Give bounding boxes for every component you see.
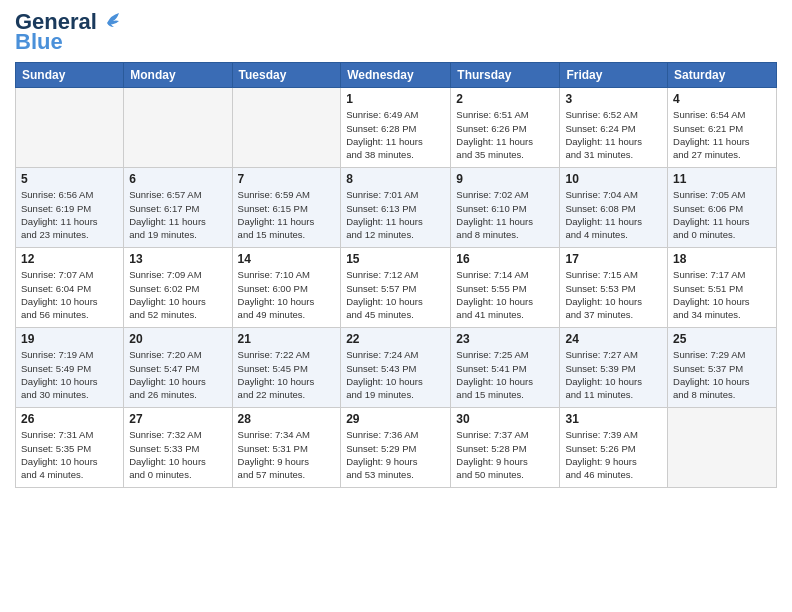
calendar-cell: 12Sunrise: 7:07 AM Sunset: 6:04 PM Dayli…	[16, 248, 124, 328]
weekday-header-wednesday: Wednesday	[341, 63, 451, 88]
day-number: 11	[673, 172, 771, 186]
calendar-cell: 4Sunrise: 6:54 AM Sunset: 6:21 PM Daylig…	[668, 88, 777, 168]
calendar-cell: 31Sunrise: 7:39 AM Sunset: 5:26 PM Dayli…	[560, 408, 668, 488]
calendar-cell: 21Sunrise: 7:22 AM Sunset: 5:45 PM Dayli…	[232, 328, 341, 408]
calendar-cell	[124, 88, 232, 168]
day-info: Sunrise: 7:02 AM Sunset: 6:10 PM Dayligh…	[456, 188, 554, 241]
calendar-cell: 24Sunrise: 7:27 AM Sunset: 5:39 PM Dayli…	[560, 328, 668, 408]
day-number: 27	[129, 412, 226, 426]
day-info: Sunrise: 7:27 AM Sunset: 5:39 PM Dayligh…	[565, 348, 662, 401]
day-number: 10	[565, 172, 662, 186]
day-number: 30	[456, 412, 554, 426]
day-number: 21	[238, 332, 336, 346]
calendar-cell: 29Sunrise: 7:36 AM Sunset: 5:29 PM Dayli…	[341, 408, 451, 488]
weekday-header-friday: Friday	[560, 63, 668, 88]
day-number: 29	[346, 412, 445, 426]
calendar-cell: 19Sunrise: 7:19 AM Sunset: 5:49 PM Dayli…	[16, 328, 124, 408]
calendar-cell	[232, 88, 341, 168]
day-info: Sunrise: 6:52 AM Sunset: 6:24 PM Dayligh…	[565, 108, 662, 161]
day-info: Sunrise: 6:49 AM Sunset: 6:28 PM Dayligh…	[346, 108, 445, 161]
calendar-cell: 27Sunrise: 7:32 AM Sunset: 5:33 PM Dayli…	[124, 408, 232, 488]
day-number: 6	[129, 172, 226, 186]
day-info: Sunrise: 7:34 AM Sunset: 5:31 PM Dayligh…	[238, 428, 336, 481]
day-number: 31	[565, 412, 662, 426]
day-info: Sunrise: 7:04 AM Sunset: 6:08 PM Dayligh…	[565, 188, 662, 241]
calendar-cell: 20Sunrise: 7:20 AM Sunset: 5:47 PM Dayli…	[124, 328, 232, 408]
weekday-header-sunday: Sunday	[16, 63, 124, 88]
day-number: 15	[346, 252, 445, 266]
calendar-week-1: 1Sunrise: 6:49 AM Sunset: 6:28 PM Daylig…	[16, 88, 777, 168]
calendar-cell: 2Sunrise: 6:51 AM Sunset: 6:26 PM Daylig…	[451, 88, 560, 168]
day-number: 7	[238, 172, 336, 186]
day-number: 20	[129, 332, 226, 346]
day-info: Sunrise: 6:56 AM Sunset: 6:19 PM Dayligh…	[21, 188, 118, 241]
day-info: Sunrise: 7:39 AM Sunset: 5:26 PM Dayligh…	[565, 428, 662, 481]
day-info: Sunrise: 7:20 AM Sunset: 5:47 PM Dayligh…	[129, 348, 226, 401]
logo-bird-icon	[105, 11, 123, 29]
day-number: 18	[673, 252, 771, 266]
day-number: 16	[456, 252, 554, 266]
day-info: Sunrise: 7:19 AM Sunset: 5:49 PM Dayligh…	[21, 348, 118, 401]
calendar-week-3: 12Sunrise: 7:07 AM Sunset: 6:04 PM Dayli…	[16, 248, 777, 328]
calendar-cell: 18Sunrise: 7:17 AM Sunset: 5:51 PM Dayli…	[668, 248, 777, 328]
calendar-cell: 11Sunrise: 7:05 AM Sunset: 6:06 PM Dayli…	[668, 168, 777, 248]
day-info: Sunrise: 6:57 AM Sunset: 6:17 PM Dayligh…	[129, 188, 226, 241]
calendar-cell: 9Sunrise: 7:02 AM Sunset: 6:10 PM Daylig…	[451, 168, 560, 248]
day-number: 1	[346, 92, 445, 106]
weekday-header-monday: Monday	[124, 63, 232, 88]
day-number: 19	[21, 332, 118, 346]
calendar-cell: 5Sunrise: 6:56 AM Sunset: 6:19 PM Daylig…	[16, 168, 124, 248]
calendar-cell: 30Sunrise: 7:37 AM Sunset: 5:28 PM Dayli…	[451, 408, 560, 488]
calendar-cell: 6Sunrise: 6:57 AM Sunset: 6:17 PM Daylig…	[124, 168, 232, 248]
day-number: 12	[21, 252, 118, 266]
day-number: 17	[565, 252, 662, 266]
header: General Blue	[15, 10, 777, 54]
calendar-cell: 22Sunrise: 7:24 AM Sunset: 5:43 PM Dayli…	[341, 328, 451, 408]
page: General Blue SundayMondayTuesdayWednesda…	[0, 0, 792, 612]
day-number: 2	[456, 92, 554, 106]
day-number: 28	[238, 412, 336, 426]
day-info: Sunrise: 7:24 AM Sunset: 5:43 PM Dayligh…	[346, 348, 445, 401]
day-info: Sunrise: 7:15 AM Sunset: 5:53 PM Dayligh…	[565, 268, 662, 321]
calendar-cell: 1Sunrise: 6:49 AM Sunset: 6:28 PM Daylig…	[341, 88, 451, 168]
day-info: Sunrise: 7:32 AM Sunset: 5:33 PM Dayligh…	[129, 428, 226, 481]
day-info: Sunrise: 6:59 AM Sunset: 6:15 PM Dayligh…	[238, 188, 336, 241]
weekday-header-thursday: Thursday	[451, 63, 560, 88]
day-info: Sunrise: 7:10 AM Sunset: 6:00 PM Dayligh…	[238, 268, 336, 321]
day-number: 25	[673, 332, 771, 346]
day-info: Sunrise: 7:37 AM Sunset: 5:28 PM Dayligh…	[456, 428, 554, 481]
weekday-header-saturday: Saturday	[668, 63, 777, 88]
weekday-header-tuesday: Tuesday	[232, 63, 341, 88]
day-info: Sunrise: 7:12 AM Sunset: 5:57 PM Dayligh…	[346, 268, 445, 321]
day-number: 23	[456, 332, 554, 346]
calendar-week-2: 5Sunrise: 6:56 AM Sunset: 6:19 PM Daylig…	[16, 168, 777, 248]
day-info: Sunrise: 7:31 AM Sunset: 5:35 PM Dayligh…	[21, 428, 118, 481]
calendar-cell: 28Sunrise: 7:34 AM Sunset: 5:31 PM Dayli…	[232, 408, 341, 488]
calendar-week-5: 26Sunrise: 7:31 AM Sunset: 5:35 PM Dayli…	[16, 408, 777, 488]
calendar-cell: 7Sunrise: 6:59 AM Sunset: 6:15 PM Daylig…	[232, 168, 341, 248]
calendar-cell: 15Sunrise: 7:12 AM Sunset: 5:57 PM Dayli…	[341, 248, 451, 328]
calendar-cell: 8Sunrise: 7:01 AM Sunset: 6:13 PM Daylig…	[341, 168, 451, 248]
calendar-cell: 3Sunrise: 6:52 AM Sunset: 6:24 PM Daylig…	[560, 88, 668, 168]
day-number: 24	[565, 332, 662, 346]
day-info: Sunrise: 6:51 AM Sunset: 6:26 PM Dayligh…	[456, 108, 554, 161]
calendar-cell: 26Sunrise: 7:31 AM Sunset: 5:35 PM Dayli…	[16, 408, 124, 488]
calendar-cell	[668, 408, 777, 488]
logo: General Blue	[15, 10, 127, 54]
day-number: 22	[346, 332, 445, 346]
day-info: Sunrise: 7:22 AM Sunset: 5:45 PM Dayligh…	[238, 348, 336, 401]
calendar-cell: 17Sunrise: 7:15 AM Sunset: 5:53 PM Dayli…	[560, 248, 668, 328]
day-info: Sunrise: 7:14 AM Sunset: 5:55 PM Dayligh…	[456, 268, 554, 321]
day-number: 5	[21, 172, 118, 186]
calendar-cell: 10Sunrise: 7:04 AM Sunset: 6:08 PM Dayli…	[560, 168, 668, 248]
calendar-cell: 16Sunrise: 7:14 AM Sunset: 5:55 PM Dayli…	[451, 248, 560, 328]
calendar-table: SundayMondayTuesdayWednesdayThursdayFrid…	[15, 62, 777, 488]
day-info: Sunrise: 7:29 AM Sunset: 5:37 PM Dayligh…	[673, 348, 771, 401]
day-info: Sunrise: 7:05 AM Sunset: 6:06 PM Dayligh…	[673, 188, 771, 241]
weekday-header-row: SundayMondayTuesdayWednesdayThursdayFrid…	[16, 63, 777, 88]
day-info: Sunrise: 7:09 AM Sunset: 6:02 PM Dayligh…	[129, 268, 226, 321]
day-info: Sunrise: 7:17 AM Sunset: 5:51 PM Dayligh…	[673, 268, 771, 321]
day-number: 4	[673, 92, 771, 106]
calendar-cell	[16, 88, 124, 168]
calendar-cell: 14Sunrise: 7:10 AM Sunset: 6:00 PM Dayli…	[232, 248, 341, 328]
